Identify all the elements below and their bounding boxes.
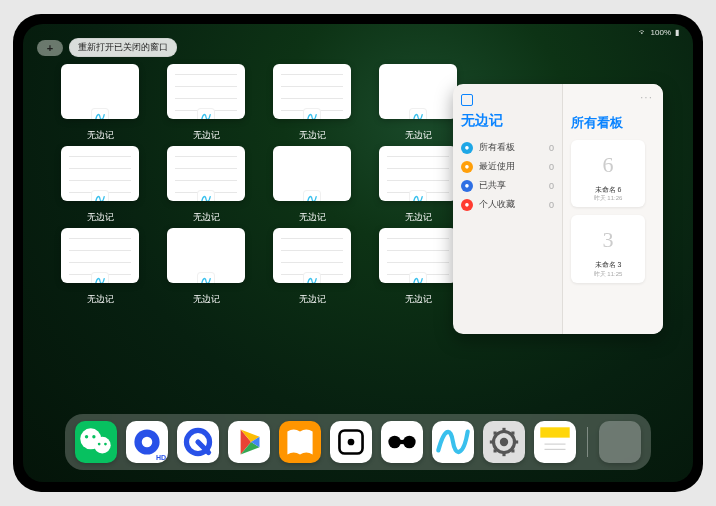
window-label: 无边记 bbox=[193, 129, 220, 142]
board-subtitle: 昨天 11:26 bbox=[575, 194, 641, 203]
quark-hd-app-icon[interactable]: HD bbox=[126, 421, 168, 463]
play-app-icon[interactable] bbox=[228, 421, 270, 463]
add-window-button[interactable]: + bbox=[37, 40, 63, 56]
window-label: 无边记 bbox=[299, 211, 326, 224]
nav-icon: ● bbox=[461, 199, 473, 211]
quark-app-icon[interactable] bbox=[177, 421, 219, 463]
freeform-icon bbox=[303, 272, 321, 283]
window-label: 无边记 bbox=[299, 293, 326, 306]
sidebar-item[interactable]: ● 最近使用 0 bbox=[461, 157, 554, 176]
window-tile[interactable]: 无边记 bbox=[377, 64, 459, 142]
books-app-icon[interactable] bbox=[279, 421, 321, 463]
window-thumbnail bbox=[61, 146, 139, 201]
window-tile[interactable]: 无边记 bbox=[271, 228, 353, 306]
svg-rect-20 bbox=[515, 440, 518, 443]
freeform-app-panel[interactable]: 无边记 ● 所有看板 0 ● 最近使用 0 ● 已共享 0 ● 个人收藏 0 ·… bbox=[453, 84, 663, 334]
window-label: 无边记 bbox=[87, 293, 114, 306]
board-subtitle: 昨天 11:25 bbox=[575, 270, 641, 279]
battery-icon: ▮ bbox=[675, 28, 679, 37]
wifi-icon: ᯤ bbox=[639, 28, 647, 37]
nav-label: 最近使用 bbox=[479, 160, 515, 173]
settings-app-icon[interactable] bbox=[483, 421, 525, 463]
window-tile[interactable]: 无边记 bbox=[165, 64, 247, 142]
svg-point-3 bbox=[92, 435, 95, 438]
window-tile[interactable]: 无边记 bbox=[271, 64, 353, 142]
sidebar-item[interactable]: ● 个人收藏 0 bbox=[461, 195, 554, 214]
window-tile[interactable]: 无边记 bbox=[59, 228, 141, 306]
notes-app-icon[interactable] bbox=[534, 421, 576, 463]
window-grid: 无边记 无边记 无边记 无边记 无边记 无边记 无边记 无边记 bbox=[59, 64, 459, 306]
window-tile[interactable]: 无边记 bbox=[165, 146, 247, 224]
reopen-closed-window-button[interactable]: 重新打开已关闭的窗口 bbox=[69, 38, 177, 57]
wechat-app-icon[interactable] bbox=[75, 421, 117, 463]
freeform-app-icon[interactable] bbox=[432, 421, 474, 463]
topbar: + 重新打开已关闭的窗口 bbox=[37, 38, 177, 57]
window-tile[interactable]: 无边记 bbox=[271, 146, 353, 224]
nav-count: 0 bbox=[549, 143, 554, 153]
window-label: 无边记 bbox=[405, 211, 432, 224]
sidebar-item[interactable]: ● 所有看板 0 bbox=[461, 138, 554, 157]
window-label: 无边记 bbox=[87, 129, 114, 142]
svg-rect-23 bbox=[494, 449, 497, 452]
board-title: 未命名 3 bbox=[575, 261, 641, 269]
svg-point-5 bbox=[104, 443, 107, 446]
window-thumbnail bbox=[379, 228, 457, 283]
window-tile[interactable]: 无边记 bbox=[59, 146, 141, 224]
panel-left-title: 无边记 bbox=[461, 112, 554, 130]
svg-point-4 bbox=[98, 443, 101, 446]
recent-apps-folder[interactable] bbox=[599, 421, 641, 463]
window-label: 无边记 bbox=[299, 129, 326, 142]
sidebar-toggle-icon[interactable] bbox=[461, 94, 554, 106]
window-thumbnail bbox=[273, 228, 351, 283]
panel-content: ··· 所有看板 6 未命名 6 昨天 11:26 3 未命名 3 昨天 11:… bbox=[563, 84, 663, 334]
freeform-icon bbox=[91, 108, 109, 119]
svg-rect-25 bbox=[494, 432, 497, 435]
freeform-icon bbox=[197, 108, 215, 119]
window-label: 无边记 bbox=[405, 129, 432, 142]
nav-count: 0 bbox=[549, 181, 554, 191]
connect-app-icon[interactable] bbox=[381, 421, 423, 463]
svg-rect-27 bbox=[511, 432, 514, 435]
nav-label: 个人收藏 bbox=[479, 198, 515, 211]
board-title: 未命名 6 bbox=[575, 186, 641, 194]
svg-point-14 bbox=[348, 439, 355, 446]
window-tile[interactable]: 无边记 bbox=[377, 146, 459, 224]
window-label: 无边记 bbox=[87, 211, 114, 224]
battery-label: 100% bbox=[651, 28, 671, 37]
nav-count: 0 bbox=[549, 200, 554, 210]
window-label: 无边记 bbox=[193, 211, 220, 224]
window-thumbnail bbox=[167, 64, 245, 119]
nav-icon: ● bbox=[461, 161, 473, 173]
window-thumbnail bbox=[379, 146, 457, 201]
ipad-frame: ᯤ 100% ▮ + 重新打开已关闭的窗口 无边记 无边记 无边记 无边记 无边… bbox=[13, 14, 703, 492]
svg-point-7 bbox=[142, 437, 153, 448]
freeform-icon bbox=[409, 190, 427, 201]
nav-icon: ● bbox=[461, 142, 473, 154]
board-sketch: 6 bbox=[575, 144, 641, 186]
window-tile[interactable]: 无边记 bbox=[59, 64, 141, 142]
window-label: 无边记 bbox=[193, 293, 220, 306]
nav-icon: ● bbox=[461, 180, 473, 192]
board-card[interactable]: 3 未命名 3 昨天 11:25 bbox=[571, 215, 645, 282]
nav-label: 已共享 bbox=[479, 179, 506, 192]
svg-point-19 bbox=[500, 438, 508, 446]
panel-right-title: 所有看板 bbox=[571, 114, 655, 132]
svg-rect-21 bbox=[511, 449, 514, 452]
more-icon[interactable]: ··· bbox=[640, 90, 653, 104]
board-card[interactable]: 6 未命名 6 昨天 11:26 bbox=[571, 140, 645, 207]
svg-rect-28 bbox=[540, 427, 569, 438]
freeform-icon bbox=[409, 272, 427, 283]
ipad-screen: ᯤ 100% ▮ + 重新打开已关闭的窗口 无边记 无边记 无边记 无边记 无边… bbox=[23, 24, 693, 482]
window-tile[interactable]: 无边记 bbox=[377, 228, 459, 306]
sidebar-item[interactable]: ● 已共享 0 bbox=[461, 176, 554, 195]
svg-rect-17 bbox=[395, 440, 410, 444]
freeform-icon bbox=[197, 190, 215, 201]
dice-app-icon[interactable] bbox=[330, 421, 372, 463]
dock-separator bbox=[587, 427, 588, 457]
svg-rect-22 bbox=[502, 453, 505, 456]
app-badge: HD bbox=[156, 454, 166, 461]
window-tile[interactable]: 无边记 bbox=[165, 228, 247, 306]
window-label: 无边记 bbox=[405, 293, 432, 306]
panel-sidebar: 无边记 ● 所有看板 0 ● 最近使用 0 ● 已共享 0 ● 个人收藏 0 bbox=[453, 84, 563, 334]
svg-rect-29 bbox=[540, 438, 569, 457]
